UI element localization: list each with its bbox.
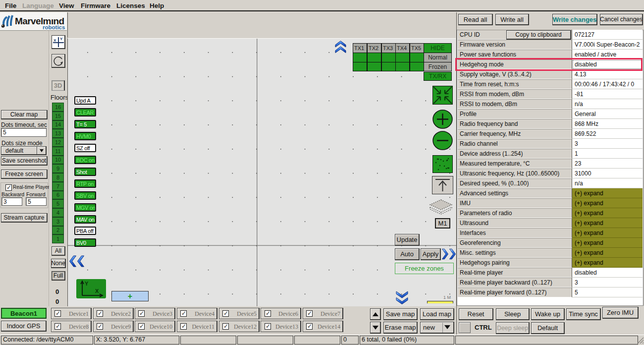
svg-text:Y: Y <box>60 37 63 41</box>
svg-text:Y: Y <box>85 281 89 287</box>
svg-text:X: X <box>54 38 56 43</box>
svg-text:X: X <box>95 288 99 294</box>
